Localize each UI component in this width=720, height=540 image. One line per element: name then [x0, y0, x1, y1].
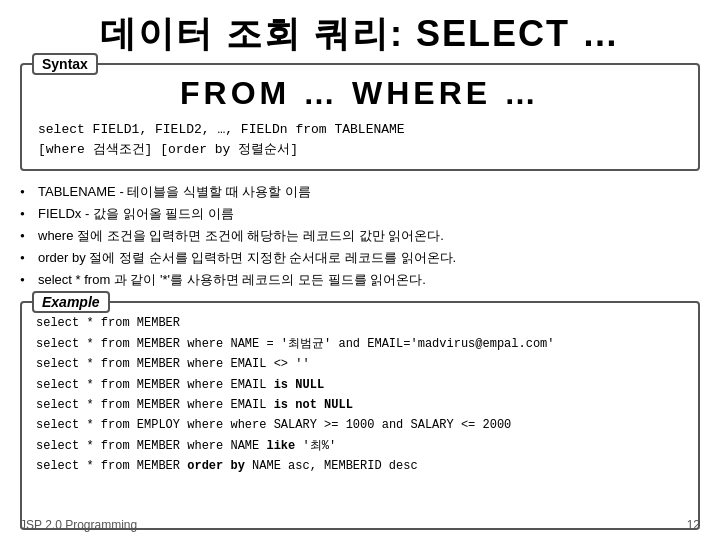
code-line-2: select * from MEMBER where NAME = '최범균' … — [36, 334, 684, 354]
like-keyword: like — [266, 439, 295, 453]
page: 데이터 조회 쿼리: SELECT … Syntax FROM … WHERE … — [0, 0, 720, 540]
bullet-item: where 절에 조건을 입력하면 조건에 해당하는 레코드의 값만 읽어온다. — [20, 225, 700, 247]
bullet-item: order by 절에 정렬 순서를 입력하면 지정한 순서대로 레코드를 읽어… — [20, 247, 700, 269]
code-line-1: select * from MEMBER — [36, 313, 684, 333]
code-line-5: select * from MEMBER where EMAIL is not … — [36, 395, 684, 415]
code-line-4: select * from MEMBER where EMAIL is NULL — [36, 375, 684, 395]
where-keyword: where — [187, 337, 223, 351]
bullet-list: TABLENAME - 테이블을 식별할 때 사용할 이름 FIELDx - 값… — [20, 181, 700, 291]
code-line-3: select * from MEMBER where EMAIL <> '' — [36, 354, 684, 374]
bullet-item: select * from 과 같이 '*'를 사용하면 레코드의 모든 필드를… — [20, 269, 700, 291]
where-keyword: where — [187, 418, 223, 432]
where-keyword: where — [187, 398, 223, 412]
where-keyword: where — [187, 378, 223, 392]
syntax-line1: select FIELD1, FIELD2, …, FIELDn from TA… — [38, 120, 682, 140]
code-line-7: select * from MEMBER where NAME like '최%… — [36, 436, 684, 456]
example-code: select * from MEMBER select * from MEMBE… — [36, 313, 684, 476]
syntax-label: Syntax — [32, 53, 98, 75]
footer: JSP 2.0 Programming 12 — [0, 518, 720, 532]
bullet-item: TABLENAME - 테이블을 식별할 때 사용할 이름 — [20, 181, 700, 203]
syntax-heading: FROM … WHERE … — [38, 75, 682, 112]
syntax-code: select FIELD1, FIELD2, …, FIELDn from TA… — [38, 120, 682, 159]
is-not-null-keyword: is not NULL — [274, 398, 353, 412]
code-line-8: select * from MEMBER order by NAME asc, … — [36, 456, 684, 476]
syntax-line2: [where 검색조건] [order by 정렬순서] — [38, 140, 682, 160]
example-label: Example — [32, 291, 110, 313]
example-box: Example select * from MEMBER select * fr… — [20, 301, 700, 530]
orderby-keyword: order by — [187, 459, 245, 473]
page-title: 데이터 조회 쿼리: SELECT … — [20, 10, 700, 59]
footer-right: 12 — [687, 518, 700, 532]
where-keyword: where — [187, 439, 223, 453]
code-line-6: select * from EMPLOY where where SALARY … — [36, 415, 684, 435]
syntax-box: Syntax FROM … WHERE … select FIELD1, FIE… — [20, 63, 700, 171]
bullet-item: FIELDx - 값을 읽어올 필드의 이름 — [20, 203, 700, 225]
where-keyword: where — [187, 357, 223, 371]
is-null-keyword: is NULL — [274, 378, 324, 392]
footer-left: JSP 2.0 Programming — [20, 518, 137, 532]
